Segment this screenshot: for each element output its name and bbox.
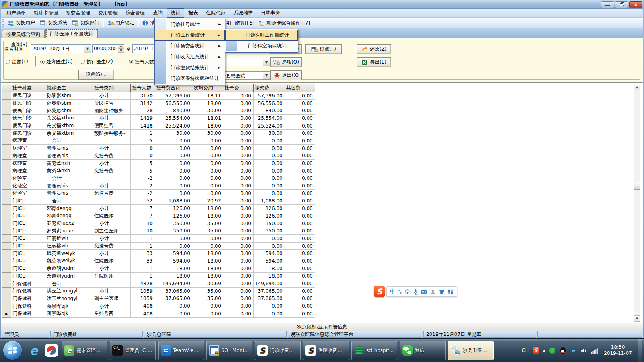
grid-cell[interactable]: 0.00 — [155, 235, 192, 243]
grid-cell[interactable]: 0.00 — [192, 182, 223, 190]
grid-cell[interactable]: 0.00 — [285, 130, 315, 137]
grid-cell[interactable]: 3170 — [131, 92, 155, 100]
expand-arrow-icon[interactable]: ▲ — [543, 349, 545, 352]
grid-cell[interactable]: 4878 — [131, 280, 155, 288]
microphone-icon[interactable] — [413, 289, 419, 295]
grid-cell[interactable]: 小计 — [93, 302, 131, 310]
grid-cell[interactable]: 0.00 — [254, 152, 285, 160]
grid-cell[interactable]: 0.00 — [223, 197, 254, 205]
table-row[interactable]: 病理室黄秀华hxh免挂号费50.000.000.000.000.00 — [2, 167, 315, 175]
grid-cell[interactable]: 0.00 — [285, 160, 315, 167]
grid-cell[interactable]: 18.00 — [155, 272, 192, 280]
grid-cell[interactable]: 0.00 — [223, 235, 254, 243]
grid-cell[interactable]: 合计 — [45, 280, 93, 288]
grid-cell[interactable]: 0.00 — [254, 137, 285, 145]
table-row[interactable]: 门ICU汪丽榕wlr小计10.000.000.000.000.00 — [2, 235, 315, 243]
grid-cell[interactable]: 0.00 — [254, 144, 285, 152]
grid-cell[interactable]: 0.00 — [285, 227, 315, 235]
grid-cell[interactable]: 7 — [131, 212, 155, 220]
taskbar-task-photos[interactable]: 沙县升级项... — [448, 341, 494, 360]
grid-cell[interactable]: 37,065.00 — [155, 295, 192, 302]
sogou-logo-icon[interactable]: S — [374, 286, 385, 297]
radio-executing-doctor[interactable]: 执行医生(Z) — [80, 58, 113, 65]
grid-cell[interactable]: 门保健科 — [11, 302, 45, 310]
grid-cell[interactable]: 1 — [131, 130, 155, 137]
grid-cell[interactable]: 小计 — [93, 265, 131, 272]
grid-cell[interactable]: 18.00 — [192, 265, 223, 272]
toolbox-grid-icon[interactable] — [448, 289, 454, 295]
internet-explorer-icon[interactable]: e — [26, 341, 42, 360]
grid-cell[interactable]: 0.00 — [285, 257, 315, 265]
grid-cell[interactable]: 0.00 — [285, 310, 315, 317]
grid-cell[interactable]: 33 — [131, 257, 155, 265]
grid-cell[interactable]: 洪玉兰hongyl — [45, 287, 93, 295]
language-indicator[interactable]: CH — [522, 348, 528, 353]
grid-cell[interactable]: 3142 — [131, 99, 155, 107]
grid-cell[interactable]: 便民门诊 — [11, 122, 45, 130]
vertical-scrollbar[interactable]: ▲ ▼ — [634, 84, 640, 322]
date-from-picker[interactable]: 2019年10月 1日▼ — [31, 44, 91, 53]
wechat-tray-icon[interactable] — [549, 347, 556, 354]
grid-cell[interactable]: 594.00 — [155, 250, 192, 257]
grid-cell[interactable]: 免挂号费 — [93, 310, 131, 317]
grid-cell[interactable]: 25,524.00 — [155, 122, 192, 130]
tab-cashier-query[interactable]: 收费员综合查询 — [2, 30, 45, 38]
grid-cell[interactable]: 57,396.00 — [254, 92, 285, 100]
grid-cell[interactable] — [93, 197, 131, 205]
table-row[interactable]: 便民门诊余义福xtbm小计141925,554.0018.010.0025,55… — [2, 115, 315, 122]
grid-cell[interactable]: 0.00 — [223, 175, 254, 182]
grid-cell[interactable]: -2 — [131, 182, 155, 190]
radio-amount[interactable]: 金额(T) — [6, 58, 28, 65]
grid-cell[interactable]: 0.00 — [285, 235, 315, 243]
grid-cell[interactable]: 0.00 — [285, 182, 315, 190]
taskbar-task-ylz-s[interactable]: S门诊收费管... — [255, 341, 301, 360]
grid-cell[interactable]: 0.00 — [285, 302, 315, 310]
grid-cell[interactable]: 0.00 — [155, 160, 192, 167]
grid-column-header[interactable]: 挂号人数 — [131, 84, 155, 92]
table-row[interactable]: ▶门保健科蒋景晔bjk免挂号费4080.000.000.000.000.00 — [2, 310, 315, 317]
table-row[interactable]: 门ICU罗秀贞luoxz副主任医师10350.0035.000.00350.00… — [2, 227, 315, 235]
grid-cell[interactable]: 0.00 — [223, 92, 254, 100]
grid-cell[interactable]: 1 — [131, 265, 155, 272]
radio-prescribing-doctor[interactable]: 处方医生(C) — [40, 58, 73, 65]
grid-cell[interactable]: 1418 — [131, 122, 155, 130]
grid-cell[interactable]: 350.00 — [155, 227, 192, 235]
start-button[interactable] — [3, 341, 22, 360]
grid-cell[interactable]: 0.00 — [285, 265, 315, 272]
grid-cell[interactable]: 0.00 — [285, 189, 315, 197]
grid-cell[interactable]: 0.00 — [254, 310, 285, 317]
grid-cell[interactable]: 小计 — [93, 182, 131, 190]
grid-cell[interactable]: 汪丽榕wlr — [45, 242, 93, 250]
menu-item-5[interactable]: 综合管理 — [122, 8, 149, 18]
scroll-down-icon[interactable]: ▼ — [634, 315, 640, 322]
grid-cell[interactable]: 0.00 — [192, 167, 223, 175]
grid-cell[interactable]: 35.00 — [192, 295, 223, 302]
grid-cell[interactable]: 594.00 — [155, 257, 192, 265]
grid-cell[interactable]: 56,556.00 — [155, 99, 192, 107]
grid-cell[interactable]: 18.01 — [192, 115, 223, 122]
grid-cell[interactable]: 0.00 — [285, 242, 315, 250]
settle-button[interactable]: 结算[F5] — [233, 19, 257, 27]
grid-cell[interactable]: 门ICU — [11, 205, 45, 212]
scrollbar-thumb[interactable] — [634, 182, 640, 190]
table-row[interactable]: 门保健科洪玉兰hongyl小计105937,065.0035.000.0037,… — [2, 287, 315, 295]
taskbar-task-wechat[interactable]: 微信 — [400, 341, 446, 360]
grid-cell[interactable]: 0.00 — [285, 295, 315, 302]
grid-cell[interactable]: 余义福xtbm — [45, 115, 93, 122]
grid-cell[interactable]: 37,065.00 — [155, 287, 192, 295]
grid-cell[interactable]: 便民门诊 — [11, 99, 45, 107]
grid-cell[interactable]: 蒋景晔bjk — [45, 302, 93, 310]
grid-cell[interactable]: 合计 — [45, 175, 93, 182]
grid-cell[interactable]: 免挂号费 — [93, 242, 131, 250]
menu-item-9[interactable]: 住院代办 — [202, 8, 229, 18]
grid-cell[interactable]: 350.00 — [254, 220, 285, 227]
grid-cell[interactable]: 1059 — [131, 295, 155, 302]
grid-cell[interactable]: 0.00 — [155, 242, 192, 250]
grid-cell[interactable]: 149,694.00 — [155, 280, 192, 288]
grid-cell[interactable]: 5 — [131, 160, 155, 167]
grid-cell[interactable]: 病理室 — [11, 167, 45, 175]
scroll-up-icon[interactable]: ▲ — [634, 84, 640, 90]
table-row[interactable]: 化验室管理员his免挂号费-20.000.000.000.000.00 — [2, 189, 315, 197]
grid-cell[interactable]: 0.00 — [155, 189, 192, 197]
grid-cell[interactable]: 病理室 — [11, 152, 45, 160]
